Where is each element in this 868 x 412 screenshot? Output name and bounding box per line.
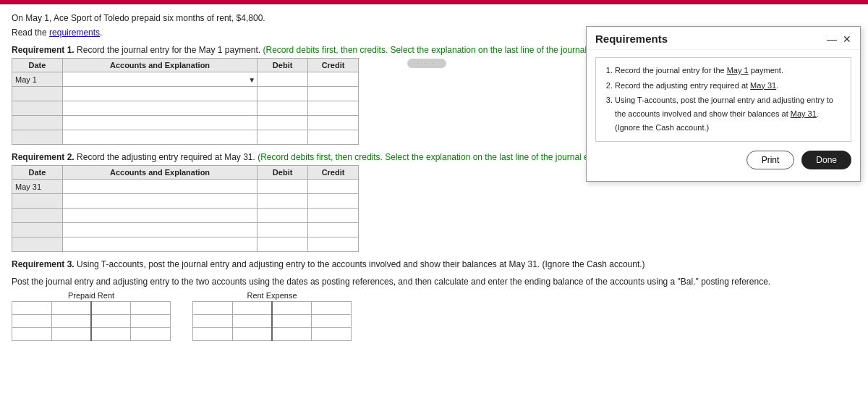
- req2-debit-input-3[interactable]: [258, 209, 307, 222]
- t-account-row: [12, 315, 171, 328]
- re-r3c1[interactable]: [193, 328, 232, 340]
- minimize-button[interactable]: —: [827, 33, 837, 45]
- done-button[interactable]: Done: [801, 151, 851, 169]
- req2-debit-input-5[interactable]: [258, 237, 307, 251]
- pr-r3c4[interactable]: [131, 328, 170, 340]
- pr-r1c2[interactable]: [52, 302, 90, 314]
- req3-section: Requirement 3. Using T-accounts, post th…: [12, 259, 856, 341]
- req2-date-cell: May 31: [12, 180, 63, 194]
- t-account-row: [193, 302, 352, 315]
- table-row: [12, 101, 359, 116]
- req1-debit-input-1[interactable]: [258, 72, 307, 86]
- req1-date-cell: May 1: [12, 72, 63, 87]
- req3-header: Requirement 3. Using T-accounts, post th…: [12, 259, 856, 269]
- req1-debit-input-5[interactable]: [258, 130, 307, 144]
- re-r3c3[interactable]: [273, 328, 311, 340]
- req-panel-buttons: Print Done: [595, 151, 851, 174]
- req1-credit-cell-2: [308, 87, 359, 101]
- req1-acct-cell-2: [62, 87, 257, 101]
- req2-acct-input-1[interactable]: [63, 180, 257, 193]
- req2-acct-input-2[interactable]: [63, 194, 257, 208]
- req1-table: Date Accounts and Explanation Debit Cred…: [12, 58, 359, 145]
- re-r1c1[interactable]: [193, 302, 232, 314]
- re-r2c1[interactable]: [193, 315, 232, 327]
- req1-acct-input-4[interactable]: [63, 116, 257, 130]
- req1-credit-input-3[interactable]: [308, 101, 358, 115]
- pr-r2c1[interactable]: [12, 315, 51, 327]
- req2-credit-input-3[interactable]: [308, 209, 358, 222]
- req2-credit-input-2[interactable]: [308, 194, 358, 208]
- pr-r1c4[interactable]: [131, 302, 170, 314]
- re-r1c4[interactable]: [312, 302, 351, 314]
- t-account-row: [12, 302, 171, 315]
- req-panel-body: Record the journal entry for the May 1 p…: [587, 50, 860, 181]
- requirements-link[interactable]: requirements: [49, 28, 100, 38]
- re-r2c3[interactable]: [273, 315, 311, 327]
- drag-handle: · · ·: [398, 55, 456, 70]
- re-r3c2[interactable]: [233, 328, 271, 340]
- req1-debit-cell-1: [258, 72, 308, 87]
- t-accounts-container: Prepaid Rent: [12, 291, 856, 341]
- re-r2c4[interactable]: [312, 315, 351, 327]
- req1-col-date: Date: [12, 59, 63, 72]
- rent-expense-t-account: Rent Expense: [192, 291, 352, 341]
- pr-r2c4[interactable]: [131, 315, 170, 327]
- req1-debit-input-3[interactable]: [258, 101, 307, 115]
- table-row: [12, 209, 359, 223]
- table-row: [12, 130, 359, 145]
- req1-col-credit: Credit: [308, 59, 359, 72]
- table-row: [12, 194, 359, 209]
- req2-credit-input-5[interactable]: [308, 237, 358, 251]
- req2-acct-input-4[interactable]: [63, 223, 257, 237]
- req-panel-title: Requirements: [595, 33, 668, 45]
- re-r3c4[interactable]: [312, 328, 351, 340]
- req1-debit-input-4[interactable]: [258, 116, 307, 130]
- req1-col-accounts: Accounts and Explanation: [62, 59, 257, 72]
- req1-debit-cell-2: [258, 87, 308, 101]
- req1-acct-input-1[interactable]: [63, 72, 257, 86]
- pr-r1c1[interactable]: [12, 302, 51, 314]
- req2-table: Date Accounts and Explanation Debit Cred…: [12, 165, 359, 252]
- re-r1c2[interactable]: [233, 302, 271, 314]
- pr-r3c3[interactable]: [92, 328, 130, 340]
- req1-credit-cell-1: [308, 72, 359, 87]
- pr-r3c1[interactable]: [12, 328, 51, 340]
- req1-credit-input-5[interactable]: [308, 130, 358, 144]
- close-button[interactable]: ✕: [843, 33, 851, 45]
- re-r1c3[interactable]: [273, 302, 311, 314]
- pr-r1c3[interactable]: [92, 302, 130, 314]
- req-panel-list: Record the journal entry for the May 1 p…: [615, 64, 843, 134]
- req1-date-cell-empty: [12, 87, 63, 101]
- req2-debit-input-2[interactable]: [258, 194, 307, 208]
- req2-debit-input-4[interactable]: [258, 223, 307, 237]
- print-button[interactable]: Print: [746, 151, 795, 169]
- pr-r3c2[interactable]: [52, 328, 90, 340]
- pr-r2c3[interactable]: [92, 315, 130, 327]
- prepaid-rent-title: Prepaid Rent: [12, 291, 171, 300]
- req3-post-text: Post the journal entry and adjusting ent…: [12, 277, 856, 287]
- req2-acct-input-3[interactable]: [63, 209, 257, 222]
- req1-acct-input-5[interactable]: [63, 130, 257, 144]
- req1-acct-input-2[interactable]: [63, 87, 257, 101]
- list-item: Record the adjusting entry required at M…: [615, 79, 843, 93]
- table-row: [12, 237, 359, 252]
- req1-credit-input-2[interactable]: [308, 87, 358, 101]
- req2-acct-input-5[interactable]: [63, 237, 257, 251]
- req2-credit-input-1[interactable]: [308, 180, 358, 193]
- rent-expense-title: Rent Expense: [192, 291, 352, 300]
- req2-credit-input-4[interactable]: [308, 223, 358, 237]
- re-r2c2[interactable]: [233, 315, 271, 327]
- req1-credit-input-1[interactable]: [308, 72, 358, 86]
- t-account-row: [12, 328, 171, 341]
- req2-col-credit: Credit: [308, 166, 359, 180]
- t-account-row: [193, 315, 352, 328]
- req1-acct-input-3[interactable]: [63, 101, 257, 115]
- req1-credit-input-4[interactable]: [308, 116, 358, 130]
- table-row: [12, 87, 359, 101]
- req1-debit-input-2[interactable]: [258, 87, 307, 101]
- req2-debit-input-1[interactable]: [258, 180, 307, 193]
- main-content: On May 1, Ace Sport of Toledo prepaid si…: [0, 4, 868, 412]
- table-row: [12, 116, 359, 130]
- pr-r2c2[interactable]: [52, 315, 90, 327]
- intro-line1: On May 1, Ace Sport of Toledo prepaid si…: [12, 13, 856, 23]
